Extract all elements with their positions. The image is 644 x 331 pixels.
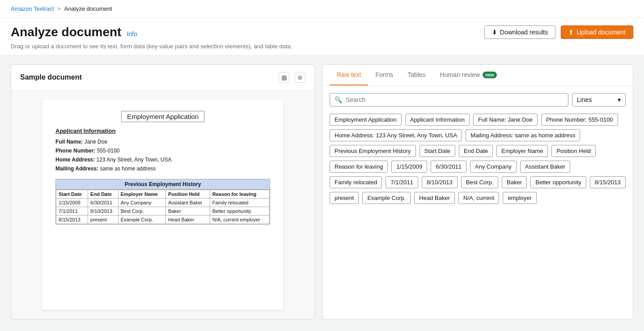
left-panel-header: Sample document ▦ ⊕ bbox=[11, 65, 314, 90]
document-area: Employment Application Applicant Informa… bbox=[11, 90, 314, 319]
tag[interactable]: End Date bbox=[459, 145, 493, 157]
col-position: Position Held bbox=[166, 190, 210, 199]
doc-field-fullname: Full Name: Jane Doe bbox=[55, 139, 270, 145]
download-label: Download results bbox=[500, 29, 548, 36]
table-cell: 1/15/2009 bbox=[56, 199, 88, 207]
page-description: Drag or upload a document to see its tex… bbox=[11, 43, 633, 50]
tag[interactable]: Applicant Information bbox=[405, 114, 470, 126]
zoom-icon[interactable]: ⊕ bbox=[295, 72, 305, 83]
tag[interactable]: 8/15/2013 bbox=[590, 176, 626, 188]
tag[interactable]: Previous Employment History bbox=[330, 145, 416, 157]
doc-section-title: Applicant Information bbox=[55, 127, 270, 134]
table-cell: 8/15/2013 bbox=[56, 216, 88, 224]
doc-field-value-home: 123 Any Street, Any Town, USA bbox=[97, 157, 172, 163]
document-content: Employment Application Applicant Informa… bbox=[42, 99, 284, 310]
top-bar: Amazon Textract > Analyze document bbox=[0, 0, 644, 18]
tabs: Raw text Forms Tables Human review new bbox=[322, 65, 633, 86]
tag[interactable]: Better opportunity bbox=[530, 176, 586, 188]
tag[interactable]: 8/10/2013 bbox=[422, 176, 458, 188]
doc-field-home: Home Address: 123 Any Street, Any Town, … bbox=[55, 157, 270, 163]
tag[interactable]: Example Corp. bbox=[362, 192, 411, 204]
doc-table: Start Date End Date Employer Name Positi… bbox=[56, 190, 270, 224]
main-content: Sample document ▦ ⊕ Employment Applicati… bbox=[0, 55, 644, 328]
col-end-date: End Date bbox=[88, 190, 119, 199]
upload-document-button[interactable]: ⬆ Upload document bbox=[561, 25, 633, 39]
doc-field-value-mailing: same as home address bbox=[100, 166, 156, 172]
left-panel-icons: ▦ ⊕ bbox=[279, 72, 305, 83]
filter-select[interactable]: Lines ▾ bbox=[572, 93, 626, 106]
doc-table-wrap: Previous Employment History Start Date E… bbox=[55, 179, 270, 225]
download-icon: ⬇ bbox=[492, 29, 497, 36]
tags-area: Employment ApplicationApplicant Informat… bbox=[330, 114, 626, 204]
right-panel-body: 🔍 Lines ▾ Employment ApplicationApplican… bbox=[322, 86, 633, 319]
doc-title: Employment Application bbox=[121, 111, 204, 122]
tab-raw-text-label: Raw text bbox=[337, 71, 361, 78]
tag[interactable]: employer bbox=[503, 192, 536, 204]
table-cell: Best Corp. bbox=[118, 207, 165, 216]
left-panel-title: Sample document bbox=[20, 73, 82, 81]
search-input[interactable] bbox=[346, 96, 564, 103]
tab-raw-text[interactable]: Raw text bbox=[330, 65, 368, 85]
tag[interactable]: Baker bbox=[502, 176, 527, 188]
header-actions: ⬇ Download results ⬆ Upload document bbox=[484, 25, 633, 39]
tag[interactable]: Best Corp. bbox=[461, 176, 498, 188]
tag[interactable]: present bbox=[330, 192, 359, 204]
tab-forms-label: Forms bbox=[375, 71, 393, 78]
info-badge[interactable]: Info bbox=[127, 30, 137, 38]
tab-human-review[interactable]: Human review new bbox=[433, 65, 504, 85]
breadcrumb-separator: > bbox=[58, 6, 61, 12]
search-filter-row: 🔍 Lines ▾ bbox=[330, 93, 626, 106]
tag[interactable]: Employment Application bbox=[330, 114, 402, 126]
table-cell: Better opportunity bbox=[210, 207, 269, 216]
tag[interactable]: Full Name: Jane Doe bbox=[473, 114, 538, 126]
table-row: 8/15/2013presentExample Corp.Head BakerN… bbox=[56, 216, 270, 224]
tag[interactable]: Home Address: 123 Any Street, Any Town, … bbox=[330, 129, 462, 141]
tag[interactable]: Assistant Baker bbox=[520, 161, 570, 173]
table-row: 1/15/20096/30/2011Any CompanyAssistant B… bbox=[56, 199, 270, 207]
tag[interactable]: Family relocated bbox=[330, 176, 382, 188]
left-panel: Sample document ▦ ⊕ Employment Applicati… bbox=[11, 64, 315, 319]
doc-field-mailing: Mailing Address: same as home address bbox=[55, 166, 270, 172]
doc-field-value-fullname: Jane Doe bbox=[85, 139, 107, 145]
tag[interactable]: Head Baker bbox=[414, 192, 455, 204]
page-title: Analyze document bbox=[11, 25, 121, 39]
tab-tables-label: Tables bbox=[407, 71, 425, 78]
doc-table-header: Previous Employment History bbox=[56, 179, 270, 190]
tag[interactable]: Reason for leaving bbox=[330, 161, 388, 173]
table-cell: Any Company bbox=[118, 199, 165, 207]
breadcrumb-link[interactable]: Amazon Textract bbox=[11, 5, 54, 12]
tag[interactable]: 1/15/2009 bbox=[391, 161, 427, 173]
table-cell: present bbox=[88, 216, 119, 224]
tag[interactable]: 6/30/2011 bbox=[431, 161, 466, 173]
tag[interactable]: 7/1/2011 bbox=[386, 176, 418, 188]
table-cell: 7/1/2011 bbox=[56, 207, 88, 216]
doc-field-value-phone: 555-0100 bbox=[97, 148, 120, 154]
tag[interactable]: Employer Name bbox=[496, 145, 548, 157]
grid-icon[interactable]: ▦ bbox=[279, 72, 289, 83]
doc-field-label-home: Home Address: bbox=[55, 157, 97, 163]
table-cell: N/A, current employer bbox=[210, 216, 269, 224]
tag[interactable]: Mailing Address: same as home address bbox=[466, 129, 580, 141]
table-cell: Example Corp. bbox=[118, 216, 165, 224]
upload-label: Upload document bbox=[576, 29, 626, 36]
tab-human-review-label: Human review bbox=[440, 71, 480, 78]
download-results-button[interactable]: ⬇ Download results bbox=[484, 25, 555, 39]
tab-tables[interactable]: Tables bbox=[400, 65, 432, 85]
tag[interactable]: N/A, current bbox=[458, 192, 499, 204]
filter-label: Lines bbox=[577, 96, 592, 103]
tab-forms[interactable]: Forms bbox=[368, 65, 400, 85]
tag[interactable]: Position Held bbox=[551, 145, 596, 157]
search-box: 🔍 bbox=[330, 93, 568, 106]
tag[interactable]: Start Date bbox=[419, 145, 456, 157]
table-cell: Assistant Baker bbox=[166, 199, 210, 207]
table-cell: Baker bbox=[166, 207, 210, 216]
tag[interactable]: Any Company bbox=[470, 161, 517, 173]
col-start-date: Start Date bbox=[56, 190, 88, 199]
table-cell: 6/30/2011 bbox=[88, 199, 119, 207]
table-cell: Head Baker bbox=[166, 216, 210, 224]
doc-field-label-phone: Phone Number: bbox=[55, 148, 97, 154]
breadcrumb-current: Analyze document bbox=[64, 5, 112, 12]
col-reason: Reason for leaving bbox=[210, 190, 269, 199]
tag[interactable]: Phone Number: 555-0100 bbox=[541, 114, 618, 126]
table-cell: 8/10/2013 bbox=[88, 207, 119, 216]
